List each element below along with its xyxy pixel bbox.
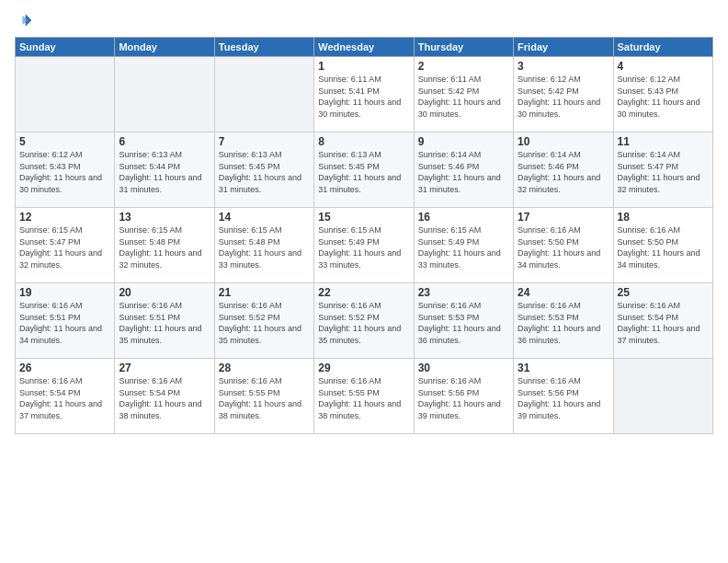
day-info: Sunrise: 6:13 AM Sunset: 5:45 PM Dayligh… [318,149,409,195]
day-info: Sunrise: 6:16 AM Sunset: 5:50 PM Dayligh… [518,224,609,270]
day-info: Sunrise: 6:16 AM Sunset: 5:56 PM Dayligh… [518,375,609,421]
day-info: Sunrise: 6:12 AM Sunset: 5:43 PM Dayligh… [618,74,709,120]
weekday-header-friday: Friday [514,38,613,57]
day-info: Sunrise: 6:13 AM Sunset: 5:44 PM Dayligh… [119,149,210,195]
page: SundayMondayTuesdayWednesdayThursdayFrid… [0,0,728,563]
calendar-cell [613,359,712,434]
day-info: Sunrise: 6:16 AM Sunset: 5:54 PM Dayligh… [19,375,110,421]
calendar-cell: 7Sunrise: 6:13 AM Sunset: 5:45 PM Daylig… [214,132,313,208]
calendar-cell: 15Sunrise: 6:15 AM Sunset: 5:49 PM Dayli… [314,208,414,283]
day-info: Sunrise: 6:11 AM Sunset: 5:42 PM Dayligh… [418,74,509,120]
day-info: Sunrise: 6:14 AM Sunset: 5:46 PM Dayligh… [518,149,609,195]
day-info: Sunrise: 6:16 AM Sunset: 5:52 PM Dayligh… [219,300,310,346]
day-number: 5 [19,135,110,148]
day-number: 25 [618,286,709,299]
day-number: 8 [318,135,409,148]
calendar-cell: 2Sunrise: 6:11 AM Sunset: 5:42 PM Daylig… [414,57,513,132]
day-number: 28 [219,362,310,374]
header [15,11,713,29]
calendar-cell: 8Sunrise: 6:13 AM Sunset: 5:45 PM Daylig… [314,132,414,208]
day-info: Sunrise: 6:14 AM Sunset: 5:47 PM Dayligh… [618,149,709,195]
logo-icon [15,11,33,29]
day-info: Sunrise: 6:15 AM Sunset: 5:47 PM Dayligh… [19,224,110,270]
weekday-header-thursday: Thursday [414,38,513,57]
day-number: 26 [19,362,110,374]
day-info: Sunrise: 6:16 AM Sunset: 5:54 PM Dayligh… [618,300,709,346]
day-info: Sunrise: 6:15 AM Sunset: 5:49 PM Dayligh… [318,224,409,270]
week-row-1: 1Sunrise: 6:11 AM Sunset: 5:41 PM Daylig… [16,57,713,132]
day-number: 13 [119,211,210,224]
day-number: 29 [318,362,409,374]
calendar-cell: 31Sunrise: 6:16 AM Sunset: 5:56 PM Dayli… [514,359,613,434]
calendar-cell: 14Sunrise: 6:15 AM Sunset: 5:48 PM Dayli… [214,208,313,283]
day-info: Sunrise: 6:15 AM Sunset: 5:48 PM Dayligh… [119,224,210,270]
day-info: Sunrise: 6:13 AM Sunset: 5:45 PM Dayligh… [219,149,310,195]
calendar-cell: 11Sunrise: 6:14 AM Sunset: 5:47 PM Dayli… [613,132,712,208]
day-info: Sunrise: 6:16 AM Sunset: 5:53 PM Dayligh… [418,300,509,346]
day-number: 31 [518,362,609,374]
day-info: Sunrise: 6:14 AM Sunset: 5:46 PM Dayligh… [418,149,509,195]
day-number: 15 [318,211,409,224]
calendar-cell: 17Sunrise: 6:16 AM Sunset: 5:50 PM Dayli… [514,208,613,283]
day-info: Sunrise: 6:16 AM Sunset: 5:55 PM Dayligh… [219,375,310,421]
day-number: 14 [219,211,310,224]
logo [15,11,35,29]
calendar-cell: 24Sunrise: 6:16 AM Sunset: 5:53 PM Dayli… [514,283,613,359]
calendar-cell: 23Sunrise: 6:16 AM Sunset: 5:53 PM Dayli… [414,283,513,359]
calendar-cell [16,57,115,132]
calendar-cell: 20Sunrise: 6:16 AM Sunset: 5:51 PM Dayli… [115,283,214,359]
day-number: 6 [119,135,210,148]
week-row-3: 12Sunrise: 6:15 AM Sunset: 5:47 PM Dayli… [16,208,713,283]
day-number: 9 [418,135,509,148]
week-row-5: 26Sunrise: 6:16 AM Sunset: 5:54 PM Dayli… [16,359,713,434]
calendar-cell: 25Sunrise: 6:16 AM Sunset: 5:54 PM Dayli… [613,283,712,359]
day-info: Sunrise: 6:16 AM Sunset: 5:51 PM Dayligh… [119,300,210,346]
day-number: 23 [418,286,509,299]
day-number: 4 [618,60,709,73]
calendar-cell: 26Sunrise: 6:16 AM Sunset: 5:54 PM Dayli… [16,359,115,434]
calendar-cell: 12Sunrise: 6:15 AM Sunset: 5:47 PM Dayli… [16,208,115,283]
day-number: 18 [618,211,709,224]
day-number: 20 [119,286,210,299]
day-number: 7 [219,135,310,148]
day-number: 16 [418,211,509,224]
calendar-cell: 19Sunrise: 6:16 AM Sunset: 5:51 PM Dayli… [16,283,115,359]
day-number: 19 [19,286,110,299]
calendar-cell [214,57,313,132]
day-number: 12 [19,211,110,224]
weekday-header-monday: Monday [115,38,214,57]
day-info: Sunrise: 6:15 AM Sunset: 5:48 PM Dayligh… [219,224,310,270]
calendar-cell [115,57,214,132]
calendar-cell: 18Sunrise: 6:16 AM Sunset: 5:50 PM Dayli… [613,208,712,283]
calendar-cell: 29Sunrise: 6:16 AM Sunset: 5:55 PM Dayli… [314,359,414,434]
weekday-header-sunday: Sunday [16,38,115,57]
calendar-cell: 21Sunrise: 6:16 AM Sunset: 5:52 PM Dayli… [214,283,313,359]
calendar-cell: 1Sunrise: 6:11 AM Sunset: 5:41 PM Daylig… [314,57,414,132]
day-info: Sunrise: 6:16 AM Sunset: 5:54 PM Dayligh… [119,375,210,421]
day-info: Sunrise: 6:12 AM Sunset: 5:42 PM Dayligh… [518,74,609,120]
day-number: 1 [318,60,409,73]
day-info: Sunrise: 6:16 AM Sunset: 5:50 PM Dayligh… [618,224,709,270]
calendar-cell: 22Sunrise: 6:16 AM Sunset: 5:52 PM Dayli… [314,283,414,359]
day-number: 11 [618,135,709,148]
calendar-cell: 16Sunrise: 6:15 AM Sunset: 5:49 PM Dayli… [414,208,513,283]
calendar-cell: 6Sunrise: 6:13 AM Sunset: 5:44 PM Daylig… [115,132,214,208]
calendar-cell: 30Sunrise: 6:16 AM Sunset: 5:56 PM Dayli… [414,359,513,434]
weekday-header-tuesday: Tuesday [214,38,313,57]
week-row-4: 19Sunrise: 6:16 AM Sunset: 5:51 PM Dayli… [16,283,713,359]
calendar-cell: 13Sunrise: 6:15 AM Sunset: 5:48 PM Dayli… [115,208,214,283]
day-number: 24 [518,286,609,299]
weekday-header-wednesday: Wednesday [314,38,414,57]
day-number: 22 [318,286,409,299]
calendar-cell: 5Sunrise: 6:12 AM Sunset: 5:43 PM Daylig… [16,132,115,208]
day-info: Sunrise: 6:16 AM Sunset: 5:51 PM Dayligh… [19,300,110,346]
calendar-cell: 4Sunrise: 6:12 AM Sunset: 5:43 PM Daylig… [613,57,712,132]
day-number: 10 [518,135,609,148]
calendar-table: SundayMondayTuesdayWednesdayThursdayFrid… [15,37,713,434]
calendar-cell: 27Sunrise: 6:16 AM Sunset: 5:54 PM Dayli… [115,359,214,434]
day-info: Sunrise: 6:16 AM Sunset: 5:52 PM Dayligh… [318,300,409,346]
week-row-2: 5Sunrise: 6:12 AM Sunset: 5:43 PM Daylig… [16,132,713,208]
day-info: Sunrise: 6:16 AM Sunset: 5:55 PM Dayligh… [318,375,409,421]
calendar-cell: 9Sunrise: 6:14 AM Sunset: 5:46 PM Daylig… [414,132,513,208]
day-number: 30 [418,362,509,374]
